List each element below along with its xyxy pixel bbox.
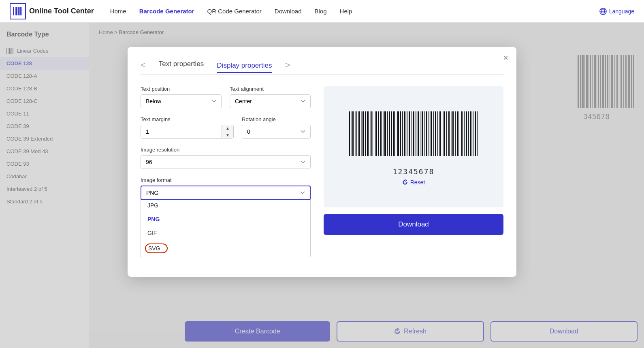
svg-rect-101 (473, 111, 473, 156)
main-layout: Barcode Type Linear Codes CODE 128 CODE … (0, 23, 644, 348)
text-position-select[interactable]: Below (141, 94, 222, 108)
svg-rect-50 (361, 111, 362, 156)
image-resolution-select[interactable]: 96 (141, 155, 311, 169)
nav-barcode-generator[interactable]: Barcode Generator (139, 8, 194, 15)
text-alignment-select[interactable]: Center (230, 94, 311, 108)
text-alignment-label: Text alignment (230, 86, 311, 92)
svg-rect-1 (15, 7, 16, 15)
svg-rect-67 (397, 111, 399, 156)
modal-tabs: < Text properties Display properties > (141, 60, 503, 75)
nav-links: Home Barcode Generator QR Code Generator… (110, 8, 599, 15)
format-png[interactable]: PNG (141, 212, 310, 226)
svg-rect-85 (437, 111, 438, 156)
svg-rect-3 (18, 7, 19, 15)
svg-rect-64 (391, 111, 392, 156)
svg-rect-77 (420, 111, 420, 156)
svg-rect-52 (365, 111, 366, 156)
svg-rect-47 (355, 111, 356, 156)
svg-rect-46 (352, 111, 354, 156)
rotation-angle-group: Rotation angle 0 (242, 116, 311, 139)
svg-rect-89 (446, 111, 447, 156)
modal: × < Text properties Display properties > (128, 47, 516, 277)
text-margins-group: Text margins 1 ▲ ▼ (141, 116, 234, 139)
svg-rect-90 (448, 111, 450, 156)
svg-rect-44 (349, 111, 350, 156)
globe-icon (599, 8, 607, 15)
barcode-preview: 12345678 Reset (324, 86, 503, 207)
language-label: Language (609, 8, 634, 15)
svg-rect-71 (407, 111, 407, 156)
reset-icon (402, 179, 408, 185)
svg-rect-80 (426, 111, 427, 156)
text-position-label: Text position (141, 86, 222, 92)
svg-rect-2 (16, 7, 17, 15)
svg-rect-48 (356, 111, 357, 156)
svg-rect-51 (363, 111, 364, 156)
modal-form: Text position Below Text alignment Cente… (141, 86, 311, 264)
svg-rect-73 (412, 111, 412, 156)
modal-body: Text position Below Text alignment Cente… (141, 86, 503, 264)
download-button-modal[interactable]: Download (324, 214, 503, 235)
format-gif[interactable]: GIF (141, 226, 310, 240)
tab-nav-right[interactable]: > (285, 61, 290, 70)
image-format-dropdown: JPG PNG GIF SVG (141, 199, 311, 257)
language-selector[interactable]: Language (599, 8, 634, 15)
svg-rect-98 (466, 111, 467, 156)
format-jpg[interactable]: JPG (141, 199, 310, 212)
nav-qr-generator[interactable]: QR Code Generator (207, 8, 262, 15)
svg-rect-5 (21, 7, 22, 15)
spinner-down[interactable]: ▼ (222, 132, 233, 139)
logo[interactable]: Online Tool Center (10, 3, 94, 19)
nav-home[interactable]: Home (110, 8, 126, 15)
spinner-up[interactable]: ▲ (222, 125, 233, 132)
svg-rect-53 (367, 111, 369, 156)
svg-rect-74 (413, 111, 414, 156)
modal-close-button[interactable]: × (503, 53, 508, 62)
form-row-2: Text margins 1 ▲ ▼ Rotat (141, 116, 311, 139)
svg-rect-54 (370, 111, 371, 156)
image-format-select[interactable]: PNG (141, 186, 311, 200)
svg-rect-100 (470, 111, 471, 156)
rotation-angle-select[interactable]: 0 (242, 125, 311, 139)
tab-nav-left[interactable]: < (141, 61, 146, 70)
svg-rect-62 (387, 111, 388, 156)
image-format-label: Image format (141, 177, 311, 183)
svg-rect-70 (404, 111, 405, 156)
svg-rect-69 (402, 111, 403, 156)
form-row-1: Text position Below Text alignment Cente… (141, 86, 311, 108)
svg-rect-59 (380, 111, 382, 156)
barcode-svg (345, 111, 482, 164)
rotation-angle-label: Rotation angle (242, 116, 311, 122)
spinner-buttons: ▲ ▼ (222, 125, 233, 138)
modal-preview: 12345678 Reset Download (324, 86, 503, 264)
barcode-number: 12345678 (393, 167, 435, 176)
svg-rect-66 (396, 111, 396, 156)
svg-rect-4 (19, 7, 21, 15)
svg-rect-76 (418, 111, 419, 156)
svg-rect-88 (444, 111, 445, 156)
svg-rect-78 (422, 111, 423, 156)
text-margins-spinner: 1 ▲ ▼ (141, 125, 234, 139)
tab-text-properties[interactable]: Text properties (159, 60, 204, 70)
image-format-group: Image format PNG (141, 177, 311, 200)
svg-circle-highlight: SVG (145, 243, 168, 253)
svg-rect-99 (468, 111, 469, 156)
text-margins-input[interactable]: 1 (141, 125, 222, 138)
reset-button[interactable]: Reset (402, 179, 425, 186)
svg-rect-75 (416, 111, 416, 156)
format-svg[interactable]: SVG (141, 240, 310, 257)
svg-rect-97 (464, 111, 465, 156)
text-alignment-group: Text alignment Center (230, 86, 311, 108)
tab-display-properties[interactable]: Display properties (217, 62, 272, 73)
svg-rect-91 (451, 111, 452, 156)
svg-rect-68 (400, 111, 401, 156)
nav-help[interactable]: Help (340, 8, 352, 15)
svg-rect-63 (389, 111, 390, 156)
nav-download[interactable]: Download (275, 8, 302, 15)
svg-rect-58 (378, 111, 379, 156)
modal-overlay: × < Text properties Display properties > (0, 23, 644, 348)
svg-rect-55 (371, 111, 373, 156)
svg-rect-103 (477, 111, 478, 156)
svg-rect-56 (374, 111, 374, 156)
nav-blog[interactable]: Blog (315, 8, 327, 15)
